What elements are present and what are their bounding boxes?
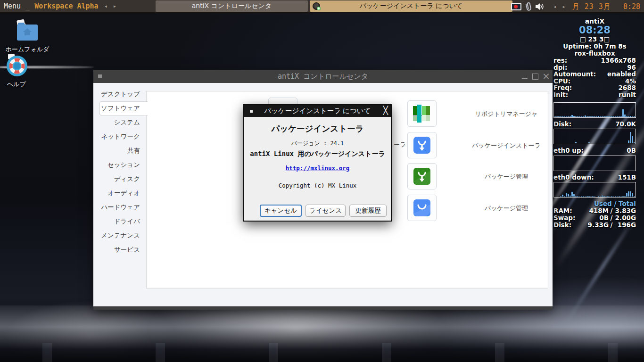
app-description: antiX Linux 用のパッケージインストーラ — [244, 150, 391, 158]
dialog-close-icon[interactable]: ╳ — [383, 106, 388, 115]
floor-light-stripes — [0, 343, 644, 362]
clipboard-paperclip-icon[interactable] — [524, 2, 532, 11]
package-manager-green-icon — [413, 167, 431, 186]
usage-label: Disk: — [553, 222, 583, 229]
package-installer-icon — [413, 136, 431, 155]
stat-value: 644x362 — [601, 57, 636, 64]
taskbar-task-control-center[interactable]: antiX コントロールセンタ — [156, 0, 308, 12]
stat-value: 2688 — [618, 84, 636, 91]
stat-label: CPU: — [553, 78, 570, 85]
taskbar-date: 月 23 3月 — [572, 2, 611, 11]
dialog-body: パッケージインストーラ バージョン : 24.1 antiX Linux 用のパ… — [244, 117, 391, 221]
repo-manager-label[interactable]: リポジトリマネージャ — [452, 110, 561, 118]
cpu-graph — [553, 102, 636, 118]
conky-stat-row: dpi:96 — [553, 64, 636, 71]
tab-session[interactable]: セッション — [99, 158, 147, 172]
tray-scroll-right-arrow[interactable]: ▸ — [562, 3, 565, 10]
partial-item-label: ーラ — [394, 140, 406, 149]
desktop-icon-help[interactable]: ヘルプ — [1, 54, 32, 89]
home-folder-icon — [13, 19, 41, 42]
stat-value: 4% — [625, 78, 636, 85]
menu-button[interactable]: Menu — [4, 2, 21, 10]
eth0-up-graph — [553, 156, 636, 171]
sidebar-tabs: デスクトップ ソフトウェア システム ネットワーク 共有 セッション ディスク … — [99, 87, 147, 257]
tab-network[interactable]: ネットワーク — [99, 130, 147, 144]
usage-used: 418M — [583, 207, 609, 214]
conky-disk-io-row: Disk:70.0K — [553, 121, 636, 128]
tab-audio[interactable]: オーディオ — [99, 186, 147, 200]
app-store-label[interactable]: パッケージ管理 — [452, 204, 561, 213]
tab-services[interactable]: サービス — [99, 243, 147, 257]
desktop-icon-label: ヘルプ — [1, 80, 32, 89]
tab-desktop[interactable]: デスクトップ — [99, 87, 147, 101]
usage-total: 2.00G — [614, 214, 636, 222]
conky-stat-row: Init:runit — [553, 91, 636, 99]
synaptic-label[interactable]: パッケージ管理 — [452, 173, 561, 181]
keyboard-layout-japan-flag-icon[interactable] — [511, 3, 521, 10]
tab-maintenance[interactable]: メンテナンス — [99, 229, 147, 243]
dialog-menu-icon[interactable] — [250, 110, 253, 113]
conky-system-monitor: antiX 08:28 □ 23 3□ Uptime: 0h 7m 8s rox… — [553, 18, 636, 229]
workspace-next-arrow[interactable]: ▸ — [113, 3, 116, 9]
window-titlebar[interactable]: antiX コントロールセンタ × — [93, 70, 553, 83]
stat-label: res: — [553, 57, 567, 64]
app-version: バージョン : 24.1 — [244, 140, 391, 148]
app-name: パッケージインストーラ — [244, 123, 391, 134]
synaptic-button[interactable] — [407, 163, 437, 189]
tab-disks[interactable]: ディスク — [99, 172, 147, 186]
conky-hostname: antiX — [553, 18, 636, 25]
window-menu-icon[interactable] — [98, 74, 102, 78]
conky-ram-row: RAM: 418M / 3.83G — [553, 207, 636, 214]
about-package-installer-dialog: パッケージインストーラ について ╳ パッケージインストーラ バージョン : 2… — [243, 104, 392, 222]
stat-label: dpi: — [553, 64, 567, 71]
changelog-button[interactable]: 更新履歴 — [349, 205, 387, 217]
window-bottom-grip[interactable] — [93, 306, 553, 310]
stat-value: runit — [619, 91, 636, 99]
tab-hardware[interactable]: ハードウェア — [99, 200, 147, 214]
cancel-button[interactable]: キャンセル — [260, 205, 302, 217]
conky-stat-row: CPU:4% — [553, 78, 636, 85]
tray-scroll-left-arrow[interactable]: ◂ — [553, 3, 556, 10]
taskbar-clock: 8:28 — [623, 2, 640, 11]
workspace-prev-arrow[interactable]: ◂ — [104, 3, 107, 9]
stat-value: 70.0K — [615, 121, 636, 128]
conky-session: rox-fluxbox — [553, 50, 636, 57]
task-label: antiX コントロールセンタ — [192, 2, 272, 10]
workspace-label[interactable]: Workspace Alpha — [34, 2, 98, 10]
conky-disk-row: Disk: 9.33G / 196G — [553, 222, 636, 229]
conky-eth0-down-row: eth0 down:151B — [553, 174, 636, 181]
app-store-button[interactable] — [407, 195, 437, 221]
tab-drivers[interactable]: ドライバ — [99, 214, 147, 229]
task-label: パッケージインストーラ について — [360, 2, 463, 10]
dialog-titlebar[interactable]: パッケージインストーラ について ╳ — [244, 105, 391, 117]
taskbar: Menu _ Workspace Alpha ◂ ▸ antiX コントロールセ… — [0, 0, 644, 13]
repo-manager-icon — [413, 105, 431, 123]
dialog-title: パッケージインストーラ について — [264, 107, 371, 115]
volume-icon[interactable] — [535, 2, 545, 11]
package-manager-blue-icon — [413, 198, 431, 217]
mxlinux-link[interactable]: http://mxlinux.org — [286, 165, 349, 172]
package-installer-button[interactable] — [407, 132, 437, 158]
conky-usage-header: Used / Total — [553, 200, 636, 207]
close-button[interactable]: × — [542, 73, 549, 80]
minimize-button[interactable] — [521, 73, 528, 80]
conky-eth0-up-row: eth0 up:0B — [553, 147, 636, 154]
stat-label: Init: — [553, 91, 568, 99]
help-lifebuoy-icon — [4, 54, 29, 77]
taskbar-task-package-installer-about[interactable]: パッケージインストーラ について — [310, 0, 512, 12]
tab-software[interactable]: ソフトウェア — [99, 101, 148, 115]
stat-value: 151B — [618, 174, 636, 181]
conky-date: □ 23 3□ — [553, 36, 636, 43]
eth0-down-graph — [553, 182, 636, 197]
repo-manager-button[interactable] — [407, 100, 437, 127]
usage-total: 3.83G — [614, 207, 636, 214]
usage-total: 196G — [614, 222, 636, 229]
stat-label: Freq: — [553, 84, 572, 91]
desktop-icon-home-folder[interactable]: ホームフォルダ — [1, 19, 54, 54]
package-installer-label[interactable]: パッケージインストーラ — [452, 141, 561, 150]
system-tray: ◂ ▸ 月 23 3月 8:28 — [511, 0, 644, 13]
tab-system[interactable]: システム — [99, 115, 147, 130]
license-button[interactable]: ライセンス — [305, 205, 346, 217]
tab-shares[interactable]: 共有 — [99, 144, 147, 158]
maximize-button[interactable] — [532, 73, 538, 80]
